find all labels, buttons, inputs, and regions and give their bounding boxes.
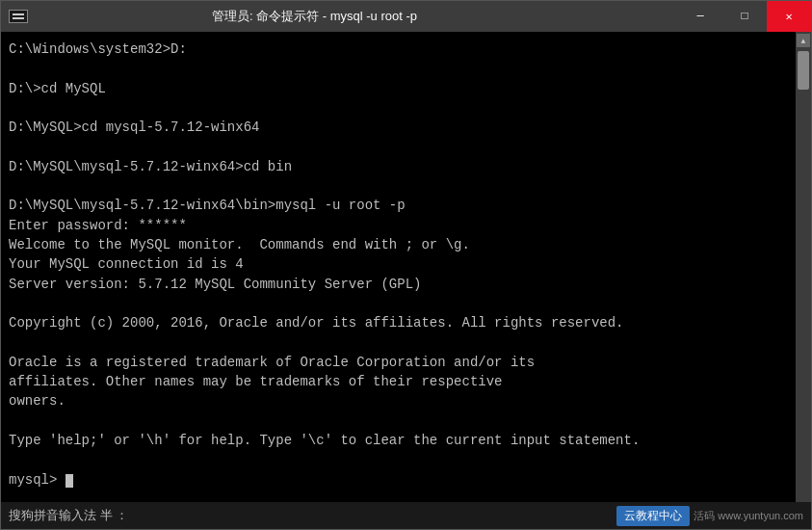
input-method-label: 搜狗拼音输入法 半 ： <box>9 507 128 524</box>
scroll-up-arrow[interactable]: ▲ <box>797 34 810 47</box>
cursor <box>65 474 73 488</box>
website-text: 活码 www.yuntyun.com <box>694 509 803 523</box>
minimize-button[interactable]: ─ <box>678 1 722 32</box>
status-bar: 搜狗拼音输入法 半 ： 云教程中心 活码 www.yuntyun.com <box>1 502 811 529</box>
terminal-content[interactable]: C:\Windows\system32>D: D:\>cd MySQL D:\M… <box>1 32 796 502</box>
terminal-area: C:\Windows\system32>D: D:\>cd MySQL D:\M… <box>1 32 811 502</box>
cloud-badge: 云教程中心 <box>616 506 690 526</box>
maximize-button[interactable]: □ <box>722 1 767 32</box>
window: 管理员: 命令提示符 - mysql -u root -p ─ □ ✕ C:\W… <box>0 0 812 530</box>
window-title: 管理员: 命令提示符 - mysql -u root -p <box>0 8 678 25</box>
scrollbar-thumb[interactable] <box>798 51 809 90</box>
title-bar: 管理员: 命令提示符 - mysql -u root -p ─ □ ✕ <box>1 1 811 32</box>
statusbar-right: 云教程中心 活码 www.yuntyun.com <box>616 506 803 526</box>
close-button[interactable]: ✕ <box>767 1 811 32</box>
scrollbar[interactable]: ▲ <box>796 32 811 502</box>
title-bar-controls: ─ □ ✕ <box>678 1 811 32</box>
